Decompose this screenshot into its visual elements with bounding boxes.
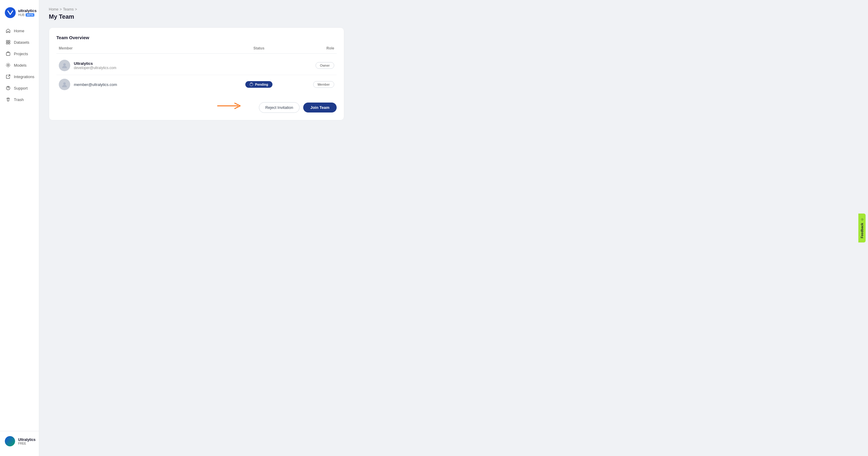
role-badge-2: Member (313, 81, 334, 88)
team-card-title: Team Overview (56, 35, 337, 40)
sidebar: ultralytics HUB BETA Home (0, 0, 39, 456)
role-cell-2: Member (289, 81, 334, 88)
logo-text: ultralytics HUB BETA (18, 9, 36, 16)
svg-rect-3 (6, 42, 8, 44)
home-icon (5, 28, 11, 33)
join-team-button[interactable]: Join Team (303, 103, 337, 113)
models-icon (5, 62, 11, 68)
arrow-icon (216, 101, 243, 110)
user-plan: FREE (18, 442, 36, 445)
logo-icon (5, 7, 16, 18)
team-overview-card: Team Overview Member Status Role (49, 27, 344, 120)
member-email-1: developer@ultralytics.com (74, 66, 116, 70)
breadcrumb: Home > Teams > (49, 7, 858, 11)
reject-invitation-button[interactable]: Reject Invitation (259, 102, 300, 113)
sidebar-nav: Home Datasets Projects (0, 25, 39, 431)
svg-point-0 (5, 7, 16, 18)
header-member: Member (59, 46, 229, 50)
sidebar-item-integrations-label: Integrations (14, 75, 34, 79)
person-icon-2 (61, 81, 68, 88)
logo-hub: HUB (18, 13, 24, 17)
sidebar-item-trash[interactable]: Trash (2, 94, 36, 105)
page-title: My Team (49, 13, 858, 20)
projects-icon (5, 51, 11, 56)
svg-rect-4 (8, 42, 10, 44)
svg-rect-1 (6, 40, 8, 42)
role-cell-1: Owner (289, 62, 334, 69)
logo-name: ultralytics (18, 9, 36, 13)
sidebar-item-models[interactable]: Models (2, 60, 36, 70)
main-content: Home > Teams > My Team Team Overview Mem… (39, 0, 868, 456)
beta-badge: BETA (26, 13, 34, 17)
pending-spinner (250, 83, 253, 86)
sidebar-item-support-label: Support (14, 86, 28, 90)
feedback-icon: ☺ (860, 218, 864, 221)
breadcrumb-home[interactable]: Home (49, 7, 59, 11)
user-name: Ultralytics (18, 437, 36, 442)
svg-rect-2 (8, 40, 10, 42)
table-header: Member Status Role (56, 46, 337, 54)
svg-point-10 (63, 82, 66, 85)
sidebar-item-projects-label: Projects (14, 52, 28, 56)
feedback-label: Feedback (860, 223, 864, 238)
sidebar-item-datasets-label: Datasets (14, 40, 29, 45)
breadcrumb-teams[interactable]: Teams (63, 7, 73, 11)
member-email-2: member@ultralytics.com (74, 82, 117, 87)
sidebar-item-home-label: Home (14, 29, 24, 33)
pending-label: Pending (255, 83, 268, 86)
support-icon (5, 85, 11, 91)
sidebar-item-support[interactable]: Support (2, 83, 36, 93)
sidebar-item-home[interactable]: Home (2, 25, 36, 36)
member-avatar-2 (59, 79, 70, 90)
sidebar-item-integrations[interactable]: Integrations (2, 71, 36, 82)
integrations-icon (5, 74, 11, 79)
sidebar-item-projects[interactable]: Projects (2, 48, 36, 59)
header-role: Role (289, 46, 334, 50)
svg-point-8 (8, 89, 8, 89)
arrow-annotation (216, 101, 243, 110)
sidebar-item-datasets[interactable]: Datasets (2, 37, 36, 48)
sidebar-item-trash-label: Trash (14, 97, 24, 102)
svg-point-9 (63, 63, 66, 66)
members-table: Member Status Role Ultralytics developer (56, 46, 337, 94)
member-name-1: Ultralytics (74, 61, 116, 66)
table-row: member@ultralytics.com Pending Member (56, 75, 337, 94)
table-row: Ultralytics developer@ultralytics.com Ow… (56, 56, 337, 75)
avatar (5, 436, 15, 446)
member-avatar-1 (59, 60, 70, 71)
datasets-icon (5, 39, 11, 45)
sidebar-item-models-label: Models (14, 63, 27, 67)
member-info-2: member@ultralytics.com (59, 79, 229, 90)
action-row: Reject Invitation Join Team (56, 98, 337, 113)
status-cell-2: Pending (229, 81, 289, 88)
svg-point-6 (7, 64, 9, 66)
header-status: Status (229, 46, 289, 50)
pending-badge: Pending (245, 81, 272, 88)
role-badge-1: Owner (315, 62, 334, 69)
person-icon (61, 62, 68, 69)
trash-icon (5, 97, 11, 102)
member-info-1: Ultralytics developer@ultralytics.com (59, 60, 229, 71)
svg-rect-5 (6, 53, 10, 56)
sidebar-footer: Ultralytics FREE (0, 431, 39, 451)
feedback-tab[interactable]: Feedback ☺ (858, 213, 866, 243)
logo: ultralytics HUB BETA (0, 5, 39, 25)
